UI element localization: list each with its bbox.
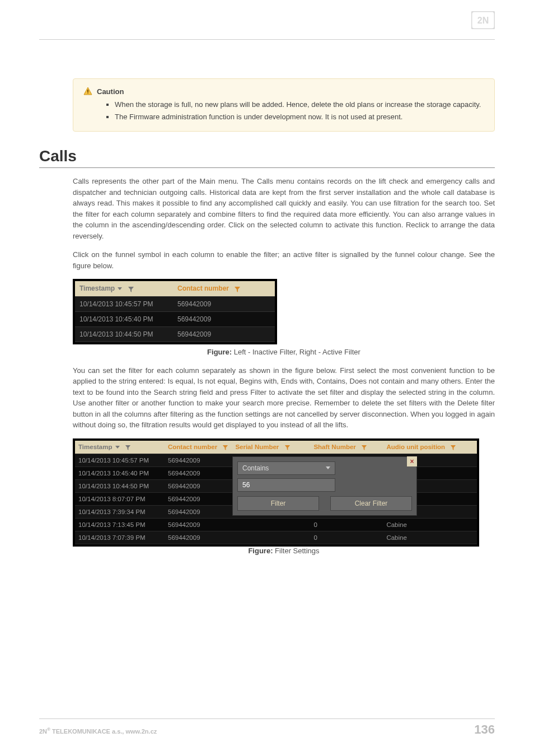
cell-shaft: 0 xyxy=(310,531,383,544)
page-number: 136 xyxy=(474,722,495,737)
paragraph: You can set the filter for each column s… xyxy=(73,365,495,431)
cell-shaft: 0 xyxy=(310,519,383,531)
figure-caption: Figure: Left - Inactive Filter, Right - … xyxy=(73,348,495,356)
cell-contact-number: 569442009 xyxy=(165,480,232,493)
col-header-timestamp[interactable]: Timestamp xyxy=(75,281,173,297)
figure-filter-settings: Timestamp Contact number Serial Number S… xyxy=(73,438,479,547)
cell-timestamp: 10/14/2013 8:07:07 PM xyxy=(75,493,165,506)
cell-timestamp: 10/14/2013 10:44:50 PM xyxy=(75,327,173,342)
section-rule xyxy=(39,167,495,168)
svg-marker-6 xyxy=(128,287,134,292)
col-header-shaft-number[interactable]: Shaft Number xyxy=(310,441,383,454)
cell-audio: Cabine xyxy=(383,531,477,544)
cell-timestamp: 10/14/2013 7:13:45 PM xyxy=(75,519,165,531)
filter-search-input[interactable] xyxy=(237,478,335,492)
paragraph: Calls represents the other part of the M… xyxy=(73,176,495,241)
col-header-label: Serial Number xyxy=(235,444,279,450)
section-heading: Calls xyxy=(39,147,495,165)
svg-marker-7 xyxy=(235,287,240,292)
cell-contact-number: 569442009 xyxy=(165,467,232,480)
cell-audio: Cabine xyxy=(383,519,477,531)
cell-contact-number: 569442009 xyxy=(165,519,232,531)
cell-contact-number: 569442009 xyxy=(173,312,275,327)
cell-contact-number: 569442009 xyxy=(165,506,232,519)
caution-item: When the storage is full, no new plans w… xyxy=(115,99,483,110)
cell-timestamp: 10/14/2013 10:45:57 PM xyxy=(75,454,165,467)
filter-mode-select[interactable]: Contains xyxy=(237,461,335,475)
col-header-timestamp[interactable]: Timestamp xyxy=(75,441,165,454)
figure-caption: Figure: Filter Settings xyxy=(73,547,495,555)
svg-marker-9 xyxy=(223,445,228,450)
page-footer: 2N® TELEKOMUNIKACE a.s., www.2n.cz 136 xyxy=(39,718,495,737)
filter-popup: × Contains Filter Clear Filter xyxy=(232,456,417,516)
svg-rect-4 xyxy=(87,90,88,92)
cell-serial xyxy=(232,519,310,531)
funnel-icon[interactable] xyxy=(234,285,241,293)
cell-contact-number: 569442009 xyxy=(165,454,232,467)
cell-timestamp: 10/14/2013 10:45:57 PM xyxy=(75,297,173,312)
funnel-icon[interactable] xyxy=(125,444,131,451)
svg-rect-5 xyxy=(87,93,88,94)
cell-timestamp: 10/14/2013 10:44:50 PM xyxy=(75,480,165,493)
svg-marker-10 xyxy=(284,445,289,450)
svg-text:2N: 2N xyxy=(477,16,489,25)
col-header-audio-unit[interactable]: Audio unit position xyxy=(383,441,477,454)
svg-marker-8 xyxy=(125,445,130,450)
funnel-icon[interactable] xyxy=(222,444,228,451)
cell-timestamp: 10/14/2013 7:07:39 PM xyxy=(75,531,165,544)
col-header-contact-number[interactable]: Contact number xyxy=(173,281,275,297)
caution-title: Caution xyxy=(97,87,124,96)
caution-box: Caution When the storage is full, no new… xyxy=(73,78,495,132)
close-filter-button[interactable]: × xyxy=(407,456,417,466)
col-header-label: Timestamp xyxy=(78,444,113,450)
cell-serial xyxy=(232,531,310,544)
col-header-label: Shaft Number xyxy=(313,444,355,450)
funnel-icon[interactable] xyxy=(128,285,134,293)
col-header-label: Timestamp xyxy=(79,284,115,292)
cell-contact-number: 569442009 xyxy=(173,327,275,342)
funnel-icon[interactable] xyxy=(361,444,367,451)
brand-logo: 2N xyxy=(471,11,495,29)
paragraph: Click on the funnel symbol in each colum… xyxy=(73,249,495,271)
filter-clear-button[interactable]: Clear Filter xyxy=(330,496,412,511)
svg-marker-12 xyxy=(451,445,456,450)
calls-table-small: Timestamp Contact number 10/14/2013 10:4… xyxy=(73,279,277,344)
funnel-icon[interactable] xyxy=(450,444,456,451)
warning-icon xyxy=(83,87,92,96)
filter-mode-label: Contains xyxy=(242,464,269,472)
svg-marker-11 xyxy=(362,445,367,450)
header-rule xyxy=(39,39,495,40)
sort-indicator-icon xyxy=(115,446,120,449)
cell-contact-number: 569442009 xyxy=(165,493,232,506)
col-header-serial-number[interactable]: Serial Number xyxy=(232,441,310,454)
funnel-icon[interactable] xyxy=(284,444,291,451)
cell-timestamp: 10/14/2013 7:39:34 PM xyxy=(75,506,165,519)
col-header-contact-number[interactable]: Contact number xyxy=(165,441,232,454)
caution-list: When the storage is full, no new plans w… xyxy=(115,99,483,122)
chevron-down-icon xyxy=(326,466,330,469)
sort-indicator-icon xyxy=(118,287,122,290)
cell-timestamp: 10/14/2013 10:45:40 PM xyxy=(75,312,173,327)
col-header-label: Audio unit position xyxy=(386,444,445,450)
footer-company: 2N® TELEKOMUNIKACE a.s., www.2n.cz xyxy=(39,727,157,735)
caution-item: The Firmware administration function is … xyxy=(115,111,483,123)
col-header-label: Contact number xyxy=(168,444,217,450)
figure-filter-example: Timestamp Contact number 10/14/2013 10:4… xyxy=(73,279,495,344)
cell-contact-number: 569442009 xyxy=(165,531,232,544)
cell-timestamp: 10/14/2013 10:45:40 PM xyxy=(75,467,165,480)
filter-apply-button[interactable]: Filter xyxy=(237,496,319,511)
cell-contact-number: 569442009 xyxy=(173,297,275,312)
col-header-label: Contact number xyxy=(177,284,229,292)
